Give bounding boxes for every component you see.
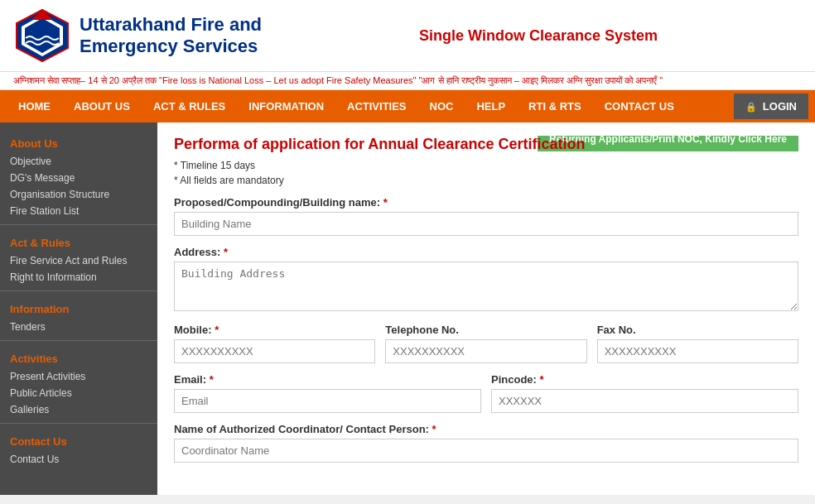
- sidebar-section-information: Information: [0, 296, 157, 319]
- required-star-5: *: [540, 373, 544, 386]
- nav-information[interactable]: INFORMATION: [237, 90, 335, 122]
- fax-label: Fax No.: [597, 324, 798, 336]
- nav-home[interactable]: HOME: [7, 90, 62, 122]
- sidebar-item-fire-service-act[interactable]: Fire Service Act and Rules: [0, 252, 157, 269]
- org-name-text: Uttarakhand Fire and Emergency Services: [80, 14, 262, 58]
- building-name-input[interactable]: [174, 212, 798, 236]
- sidebar-item-tenders[interactable]: Tenders: [0, 319, 157, 335]
- coordinator-label: Name of Authorized Coordinator/ Contact …: [174, 423, 798, 435]
- sidebar: About Us Objective DG's Message Organisa…: [0, 122, 157, 495]
- coordinator-input[interactable]: [174, 439, 798, 463]
- telephone-group: Telephone No.: [385, 324, 586, 363]
- email-pincode-row: Email: * Pincode: *: [174, 373, 798, 413]
- email-group: Email: *: [174, 373, 481, 413]
- coordinator-group: Name of Authorized Coordinator/ Contact …: [174, 423, 798, 463]
- org-name-line1: Uttarakhand Fire and: [80, 14, 262, 36]
- mobile-group: Mobile: *: [174, 324, 375, 363]
- required-star-3: *: [215, 324, 219, 336]
- logo-emblem: [13, 7, 71, 65]
- pincode-group: Pincode: *: [491, 373, 798, 413]
- building-name-label: Proposed/Compounding/Building name: *: [174, 196, 798, 209]
- required-star-6: *: [432, 423, 436, 435]
- sidebar-section-about-us: About Us: [0, 131, 157, 153]
- org-name-line2: Emergency Services: [80, 36, 262, 57]
- sidebar-item-dg-message[interactable]: DG's Message: [0, 170, 157, 186]
- form-mandatory: * All fields are mandatory: [174, 175, 798, 186]
- form-content: Performa of application for Annual Clear…: [157, 122, 815, 495]
- nav-noc[interactable]: NOC: [418, 90, 465, 122]
- sidebar-item-org-structure[interactable]: Organisation Structure: [0, 186, 157, 203]
- divider-1: [0, 224, 157, 225]
- ticker-bar: अग्निशमन सेवा सप्ताह– 14 से 20 अप्रैल तक…: [0, 72, 815, 90]
- clearance-title: Single Window Clearance System: [275, 27, 802, 45]
- login-button[interactable]: LOGIN: [734, 94, 808, 119]
- sidebar-item-galleries[interactable]: Galleries: [0, 401, 157, 418]
- divider-2: [0, 290, 157, 291]
- sidebar-section-contact-us: Contact Us: [0, 429, 157, 451]
- main-nav: HOME ABOUT US ACT & RULES INFORMATION AC…: [0, 90, 815, 122]
- sidebar-section-act-rules: Act & Rules: [0, 230, 157, 252]
- contact-row: Mobile: * Telephone No. Fax No.: [174, 324, 798, 363]
- fax-input[interactable]: [597, 339, 798, 363]
- divider-3: [0, 340, 157, 341]
- nav-about-us[interactable]: ABOUT US: [62, 90, 142, 122]
- sidebar-section-activities: Activities: [0, 346, 157, 368]
- nav-activities[interactable]: ACTIVITIES: [335, 90, 418, 122]
- sidebar-item-objective[interactable]: Objective: [0, 153, 157, 170]
- mobile-label: Mobile: *: [174, 324, 375, 336]
- sidebar-item-public-articles[interactable]: Public Articles: [0, 385, 157, 401]
- required-star-2: *: [224, 246, 228, 258]
- mobile-input[interactable]: [174, 339, 375, 363]
- main-content: About Us Objective DG's Message Organisa…: [0, 122, 815, 495]
- sidebar-item-fire-station-list[interactable]: Fire Station List: [0, 203, 157, 219]
- telephone-input[interactable]: [385, 339, 586, 363]
- pincode-input[interactable]: [491, 389, 798, 413]
- nav-rti-rts[interactable]: RTI & RTS: [517, 90, 593, 122]
- email-label: Email: *: [174, 373, 481, 386]
- ticker-text: अग्निशमन सेवा सप्ताह– 14 से 20 अप्रैल तक…: [13, 75, 663, 85]
- address-label: Address: *: [174, 246, 798, 258]
- header: Uttarakhand Fire and Emergency Services …: [0, 0, 815, 72]
- address-input[interactable]: [174, 262, 798, 311]
- login-label: LOGIN: [763, 100, 797, 113]
- sidebar-item-present-activities[interactable]: Present Activities: [0, 368, 157, 385]
- telephone-label: Telephone No.: [385, 324, 586, 336]
- required-star-1: *: [383, 196, 388, 209]
- nav-contact-us[interactable]: CONTACT US: [593, 90, 686, 122]
- sidebar-item-contact-us[interactable]: Contact Us: [0, 451, 157, 468]
- building-name-group: Proposed/Compounding/Building name: *: [174, 196, 798, 236]
- nav-help[interactable]: HELP: [465, 90, 517, 122]
- pincode-label: Pincode: *: [491, 373, 798, 386]
- address-group: Address: *: [174, 246, 798, 314]
- fax-group: Fax No.: [597, 324, 798, 363]
- email-input[interactable]: [174, 389, 481, 413]
- form-timeline: * Timeline 15 days: [174, 160, 798, 171]
- required-star-4: *: [210, 373, 214, 386]
- sidebar-item-right-to-info[interactable]: Right to Information: [0, 269, 157, 286]
- logo-box: Uttarakhand Fire and Emergency Services: [13, 7, 262, 65]
- nav-act-rules[interactable]: ACT & RULES: [142, 90, 237, 122]
- divider-4: [0, 423, 157, 424]
- lock-icon: [745, 100, 760, 113]
